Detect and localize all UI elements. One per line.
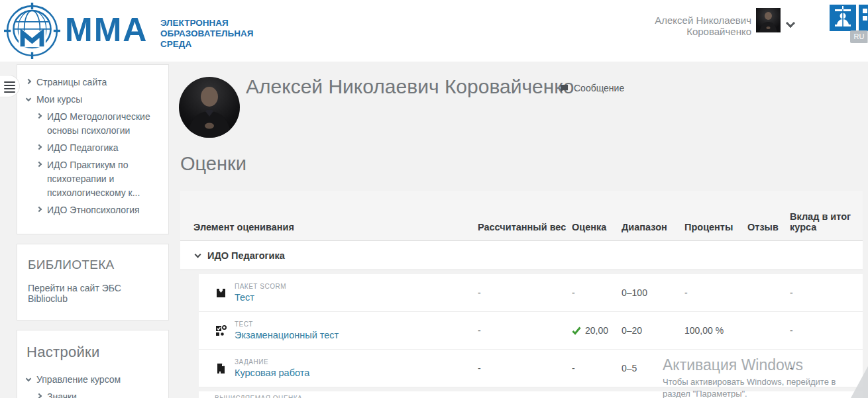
table-row-scorm-test: ПАКЕТ SCORM Тест - - 0–100 - - [199, 274, 863, 312]
chevron-right-icon [36, 144, 42, 150]
navigation-block: Страницы сайта Мои курсы ИДО Методологич… [17, 64, 169, 234]
user-avatar-small[interactable] [756, 8, 781, 32]
sidebar-item-course-metodologicheskie[interactable]: ИДО Методологические основы психологии [37, 110, 159, 138]
cell-weight: - [478, 287, 572, 298]
pass-checkmark-icon [572, 326, 581, 335]
column-header-grade: Оценка [572, 222, 622, 232]
grades-table-header-row: Элемент оценивания Рассчитанный вес Оцен… [180, 191, 863, 240]
sidebar-item-label: Управление курсом [36, 373, 121, 387]
cell-percent: - [684, 287, 747, 298]
brand-tagline: ЭЛЕКТРОННАЯ ОБРАЗОВАТЕЛЬНАЯ СРЕДА [160, 18, 253, 50]
sidebar-item-label: Значки [47, 390, 77, 398]
message-bubble-icon [560, 84, 569, 93]
table-row-exam-quiz: ТЕСТ Экзаменационный тест - 20,00 0–20 1… [199, 312, 863, 350]
cell-contribution: - [790, 325, 863, 336]
chevron-down-icon [26, 376, 31, 381]
library-block-title: БИБЛИОТЕКА [28, 258, 158, 272]
cell-weight: - [478, 363, 572, 373]
cell-range: 0–5 [622, 363, 684, 373]
grade-value: 20,00 [585, 325, 608, 336]
sidebar-item-label: ИДО Педагогика [47, 141, 119, 155]
scorm-icon [215, 287, 227, 299]
cell-grade: 20,00 [572, 325, 622, 336]
settings-block-title: Настройки [27, 344, 159, 361]
course-section-row[interactable]: ИДО Педагогика [180, 240, 863, 270]
settings-block: Настройки Управление курсом Значки [17, 330, 169, 398]
column-header-item: Элемент оценивания [180, 222, 478, 232]
contact-card-icon[interactable] [830, 5, 856, 31]
grade-item-link[interactable]: Экзаменационный тест [235, 330, 339, 340]
sidebar-item-label: ИДО Практикум по психотерапии и психолог… [47, 158, 159, 200]
mma-logo-globe-icon[interactable] [4, 3, 60, 59]
grade-rows: ПАКЕТ SCORM Тест - - 0–100 - - [199, 274, 863, 387]
sidebar-item-site-pages[interactable]: Страницы сайта [27, 75, 159, 89]
page-title: Оценки [180, 153, 246, 175]
cell-range: 0–20 [622, 325, 684, 336]
item-type-label: ТЕСТ [235, 321, 339, 328]
chevron-right-icon [36, 113, 42, 119]
sidebar-item-course-administration[interactable]: Управление курсом [27, 373, 159, 387]
cell-percent: 100,00 % [684, 325, 747, 336]
page-curl-decoration [851, 366, 868, 398]
send-message-link[interactable]: Сообщение [560, 83, 624, 93]
sidebar-item-course-praktikum[interactable]: ИДО Практикум по психотерапии и психолог… [37, 158, 159, 200]
sidebar-item-label: Страницы сайта [36, 75, 107, 89]
profile-name-heading: Алексей Николаевич Коровайченко [246, 75, 574, 98]
cell-contribution: - [790, 287, 863, 298]
tagline-line: ОБРАЗОВАТЕЛЬНАЯ [160, 28, 253, 39]
cell-range: 0–100 [622, 287, 684, 298]
tagline-line: ЭЛЕКТРОННАЯ [160, 18, 253, 28]
grades-report-table: Элемент оценивания Рассчитанный вес Оцен… [180, 191, 863, 398]
sidebar-item-course-pedagogika[interactable]: ИДО Педагогика [37, 141, 159, 155]
tagline-line: СРЕДА [160, 39, 253, 50]
assignment-icon [215, 363, 227, 374]
sidebar-item-my-courses[interactable]: Мои курсы [27, 93, 159, 107]
chevron-right-icon [26, 79, 31, 84]
chevron-right-icon [36, 162, 42, 167]
chevron-right-icon [36, 393, 42, 398]
sidebar-item-label: Мои курсы [36, 93, 82, 107]
library-block: БИБЛИОТЕКА Перейти на сайт ЭБС Biblioclu… [17, 244, 169, 321]
grade-value: - [572, 363, 575, 373]
cell-grade: - [572, 287, 622, 298]
cell-weight: - [478, 325, 572, 336]
table-row-partial-bottom: ВЫЧИСЛЯЕМАЯ ОЦЕНКА [199, 391, 863, 398]
message-link-label: Сообщение [574, 83, 624, 93]
column-header-contribution: Вклад в итог курса [790, 211, 863, 232]
item-type-label: ЗАДАНИЕ [235, 358, 309, 366]
sidebar-item-label: ИДО Методологические основы психологии [47, 110, 159, 138]
chevron-down-icon [195, 251, 201, 258]
grade-value: - [572, 287, 575, 298]
profile-avatar [179, 77, 240, 138]
column-header-weight: Рассчитанный вес [478, 222, 572, 232]
column-header-percent: Проценты [684, 222, 747, 232]
sidebar-item-badges[interactable]: Значки [37, 390, 159, 398]
grade-item-link[interactable]: Тест [235, 292, 286, 303]
quiz-icon [215, 325, 227, 336]
user-menu-chevron-down-icon[interactable] [787, 17, 794, 29]
top-header: ММА ЭЛЕКТРОННАЯ ОБРАЗОВАТЕЛЬНАЯ СРЕДА Ал… [0, 0, 868, 62]
chevron-right-icon [36, 207, 42, 212]
column-header-feedback: Отзыв [747, 222, 790, 232]
user-menu-name[interactable]: Алексей Николаевич Коровайченко [588, 15, 751, 37]
brand-title[interactable]: ММА [65, 11, 148, 49]
sidebar-item-label: ИДО Этнопсихология [47, 203, 140, 217]
table-row-coursework: ЗАДАНИЕ Курсовая работа - - 0–5 - [199, 350, 863, 387]
course-section-label: ИДО Педагогика [207, 250, 285, 261]
language-badge-ru[interactable]: RU [850, 30, 868, 43]
library-biblioclub-link[interactable]: Перейти на сайт ЭБС Biblioclub [28, 283, 158, 304]
sidebar: Страницы сайта Мои курсы ИДО Методологич… [17, 64, 169, 398]
item-type-label: ПАКЕТ SCORM [235, 283, 286, 290]
item-type-label: ВЫЧИСЛЯЕМАЯ ОЦЕНКА [199, 391, 863, 398]
grade-item-link[interactable]: Курсовая работа [235, 368, 309, 378]
list-menu-icon [4, 81, 15, 91]
chevron-down-icon [26, 96, 31, 101]
cell-grade: - [572, 363, 622, 373]
sidebar-item-course-etnopsihologiya[interactable]: ИДО Этнопсихология [37, 203, 159, 217]
apps-grid-icon[interactable] [859, 5, 868, 31]
column-header-range: Диапазон [622, 222, 684, 232]
